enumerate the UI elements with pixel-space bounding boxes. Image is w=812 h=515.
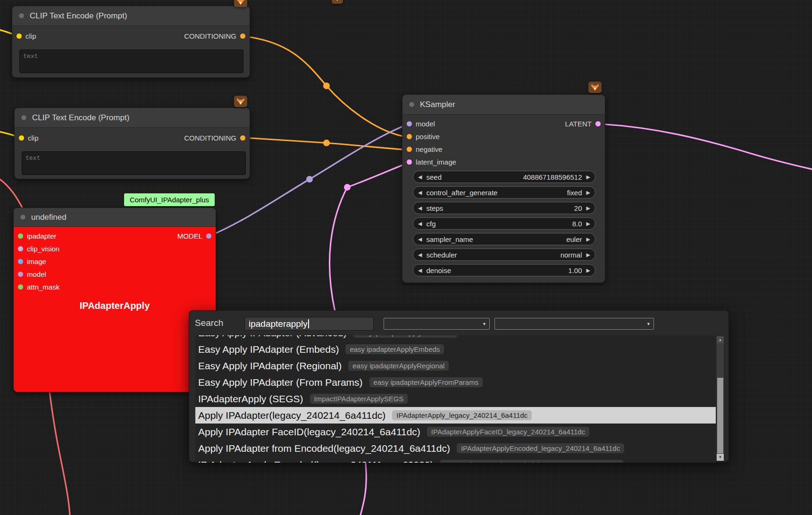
- collapse-dot[interactable]: [20, 214, 26, 220]
- decrement-arrow-icon[interactable]: ◀: [418, 174, 422, 180]
- input-dot-image[interactable]: [18, 259, 23, 264]
- input-dot-latent-image[interactable]: [407, 159, 412, 165]
- input-slot-ipadapter[interactable]: ipadapter: [18, 232, 57, 240]
- widget-value[interactable]: fixed: [567, 189, 582, 197]
- collapse-dot[interactable]: [21, 115, 27, 121]
- prompt-text-input[interactable]: text: [22, 151, 246, 175]
- fox-badge-icon: [332, 0, 343, 4]
- widget-scheduler[interactable]: ◀ scheduler normal ▶: [413, 249, 595, 261]
- input-dot-positive[interactable]: [407, 134, 412, 139]
- input-dot-model[interactable]: [407, 121, 412, 126]
- reroute-dot-conditioning-1[interactable]: [323, 83, 330, 89]
- search-input[interactable]: ipadapterapply: [244, 317, 374, 331]
- increment-arrow-icon[interactable]: ▶: [586, 190, 590, 195]
- search-result-item[interactable]: Easy Apply IPAdapter (Advanced) easy ipa…: [195, 335, 716, 341]
- collapse-dot[interactable]: [18, 13, 25, 19]
- input-slot-attn-mask[interactable]: attn_mask: [18, 283, 59, 291]
- search-results-list[interactable]: Easy Apply IPAdapter (Advanced) easy ipa…: [195, 335, 716, 463]
- node-title-bar[interactable]: undefined: [14, 208, 216, 227]
- output-slot-model[interactable]: MODEL: [177, 232, 211, 240]
- decrement-arrow-icon[interactable]: ◀: [418, 190, 422, 195]
- search-result-item[interactable]: IPAdapterApply (SEGS) ImpactIPAdapterApp…: [195, 390, 716, 407]
- widget-value[interactable]: 408867188596512: [523, 173, 582, 181]
- reroute-dot-conditioning-2[interactable]: [323, 140, 330, 146]
- node-title-bar[interactable]: KSampler: [402, 95, 605, 115]
- node-ksampler[interactable]: KSampler model LATENT positive: [402, 94, 605, 283]
- output-dot-conditioning[interactable]: [240, 135, 245, 141]
- increment-arrow-icon[interactable]: ▶: [586, 268, 590, 273]
- widget-value[interactable]: 1.00: [568, 266, 582, 274]
- output-dot-model[interactable]: [206, 233, 211, 239]
- search-result-item-selected[interactable]: Apply IPAdapter(legacy_240214_6a411dc) I…: [195, 407, 716, 424]
- increment-arrow-icon[interactable]: ▶: [586, 174, 590, 180]
- input-dot-clip[interactable]: [19, 135, 24, 141]
- widget-value[interactable]: 8.0: [572, 220, 582, 228]
- input-dot-negative[interactable]: [407, 147, 412, 152]
- results-scrollbar[interactable]: ▲ ▼: [717, 336, 724, 461]
- output-slot-latent[interactable]: LATENT: [565, 120, 601, 128]
- increment-arrow-icon[interactable]: ▶: [586, 252, 590, 258]
- input-dot-model-in[interactable]: [18, 272, 23, 277]
- search-result-item[interactable]: Easy Apply IPAdapter (From Params) easy …: [195, 374, 716, 390]
- prompt-text-input[interactable]: text: [19, 50, 243, 73]
- decrement-arrow-icon[interactable]: ◀: [418, 221, 422, 226]
- widget-denoise[interactable]: ◀ denoise 1.00 ▶: [413, 264, 595, 276]
- decrement-arrow-icon[interactable]: ◀: [418, 252, 422, 258]
- search-type-filter-select[interactable]: ▼: [384, 318, 490, 330]
- scroll-up-icon[interactable]: ▲: [717, 336, 724, 343]
- input-slot-model[interactable]: model: [407, 120, 435, 128]
- node-graph-canvas[interactable]: CLIP Text Encode (Prompt) clip CONDITION…: [0, 0, 812, 515]
- input-slot-positive[interactable]: positive: [407, 133, 440, 141]
- increment-arrow-icon[interactable]: ▶: [586, 221, 590, 226]
- widget-control-after-generate[interactable]: ◀ control_after_generate fixed ▶: [413, 186, 595, 199]
- output-dot-latent[interactable]: [595, 121, 601, 126]
- input-label-negative: negative: [416, 145, 443, 153]
- search-result-item[interactable]: Easy Apply IPAdapter (Embeds) easy ipada…: [195, 341, 716, 357]
- widget-cfg[interactable]: ◀ cfg 8.0 ▶: [413, 217, 595, 230]
- input-label-image: image: [27, 258, 46, 266]
- increment-arrow-icon[interactable]: ▶: [586, 206, 590, 211]
- increment-arrow-icon[interactable]: ▶: [586, 237, 590, 242]
- search-result-item[interactable]: Apply IPAdapter FaceID(legacy_240214_6a4…: [195, 424, 716, 440]
- input-slot-image[interactable]: image: [18, 258, 46, 266]
- widget-value[interactable]: euler: [566, 235, 582, 243]
- reroute-dot-latent[interactable]: [344, 184, 351, 191]
- search-category-filter-select[interactable]: ▼: [494, 318, 654, 330]
- text-caret: [308, 319, 309, 328]
- scroll-down-icon[interactable]: ▼: [717, 454, 724, 461]
- result-hint: IPAdapterApplyFaceID_legacy_240214_6a411…: [427, 427, 589, 437]
- input-slot-clip-vision[interactable]: clip_vision: [18, 245, 59, 253]
- node-ipadapter-apply-missing[interactable]: undefined ipadapter MODEL clip_vision: [13, 208, 216, 392]
- output-dot-conditioning[interactable]: [240, 33, 245, 39]
- input-slot-negative[interactable]: negative: [407, 145, 443, 153]
- widget-sampler-name[interactable]: ◀ sampler_name euler ▶: [413, 233, 595, 245]
- decrement-arrow-icon[interactable]: ◀: [418, 268, 422, 273]
- input-dot-clip-vision[interactable]: [18, 246, 23, 251]
- decrement-arrow-icon[interactable]: ◀: [418, 237, 422, 242]
- node-clip-text-encode-1[interactable]: CLIP Text Encode (Prompt) clip CONDITION…: [12, 6, 250, 78]
- input-slot-latent-image[interactable]: latent_image: [407, 158, 456, 166]
- widget-value[interactable]: normal: [561, 251, 582, 259]
- input-slot-clip[interactable]: clip: [17, 32, 36, 40]
- widget-value[interactable]: 20: [574, 204, 582, 212]
- input-dot-ipadapter[interactable]: [18, 233, 23, 239]
- widget-steps[interactable]: ◀ steps 20 ▶: [413, 202, 595, 214]
- input-slot-model-in[interactable]: model: [18, 270, 46, 278]
- widget-seed[interactable]: ◀ seed 408867188596512 ▶: [413, 171, 595, 183]
- search-result-item[interactable]: Apply IPAdapter from Encoded(legacy_2402…: [195, 440, 716, 457]
- node-clip-text-encode-2[interactable]: CLIP Text Encode (Prompt) clip CONDITION…: [14, 108, 250, 179]
- collapse-dot[interactable]: [409, 101, 415, 108]
- fox-badge-icon: [234, 0, 247, 7]
- search-result-item[interactable]: Easy Apply IPAdapter (Regional) easy ipa…: [195, 357, 716, 374]
- node-title-bar[interactable]: CLIP Text Encode (Prompt): [15, 108, 250, 128]
- input-dot-clip[interactable]: [17, 33, 22, 39]
- output-slot-conditioning[interactable]: CONDITIONING: [184, 134, 245, 142]
- reroute-dot-model[interactable]: [306, 176, 313, 183]
- input-dot-attn-mask[interactable]: [18, 284, 23, 290]
- input-slot-clip[interactable]: clip: [19, 134, 39, 142]
- node-title-bar[interactable]: CLIP Text Encode (Prompt): [12, 6, 250, 26]
- output-slot-conditioning[interactable]: CONDITIONING: [184, 32, 245, 40]
- decrement-arrow-icon[interactable]: ◀: [418, 206, 422, 211]
- search-result-item[interactable]: IP Adapter Apply Encoded(legacy_240111_c…: [195, 457, 716, 463]
- scrollbar-thumb[interactable]: [717, 378, 723, 453]
